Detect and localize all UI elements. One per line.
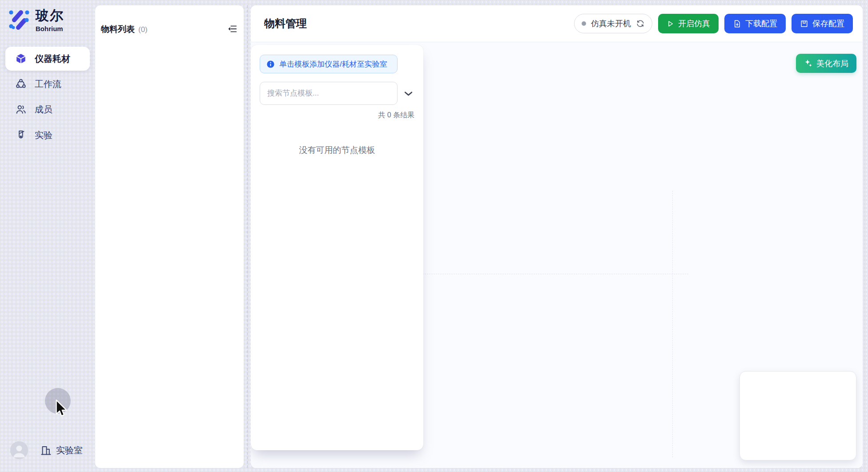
sidebar-item-instruments[interactable]: 仪器耗材 (5, 47, 90, 71)
user-avatar[interactable] (10, 441, 28, 459)
workflow-icon (15, 78, 27, 90)
chevron-down-icon[interactable] (402, 88, 414, 100)
simulation-status-pill: 仿真未开机 (574, 14, 652, 33)
materials-list-panel: 物料列表 (0) (95, 5, 244, 468)
refresh-icon[interactable] (636, 19, 645, 28)
simulation-status-text: 仿真未开机 (591, 18, 631, 29)
search-input[interactable] (260, 82, 398, 105)
building-icon (40, 444, 52, 456)
sidebar-item-experiments[interactable]: 实验 (5, 123, 90, 147)
sidebar-item-workflow[interactable]: 工作流 (5, 72, 90, 96)
canvas-minimap[interactable] (739, 371, 856, 460)
cube-icon (15, 53, 27, 64)
main-panel: 物料管理 仿真未开机 (251, 5, 863, 468)
play-icon (667, 20, 674, 28)
materials-list-count: (0) (138, 25, 148, 34)
bohrium-logo-icon (8, 8, 30, 30)
beautify-layout-label: 美化布局 (816, 58, 848, 69)
sidebar-item-label: 实验 (35, 129, 52, 141)
info-circle-icon (266, 60, 275, 68)
lab-label: 实验室 (56, 444, 83, 456)
gray-status-dot-icon (582, 21, 586, 26)
template-search-row (260, 82, 414, 105)
sidebar-item-label: 工作流 (35, 78, 61, 90)
save-config-button[interactable]: 保存配置 (792, 14, 853, 33)
lab-selector[interactable]: 实验室 (40, 444, 83, 456)
sidebar-item-label: 仪器耗材 (35, 53, 70, 65)
brand-name-en: Bohrium (36, 25, 64, 32)
mouse-cursor (54, 399, 69, 419)
sidebar-item-members[interactable]: 成员 (5, 97, 90, 121)
materials-list-title: 物料列表 (101, 24, 135, 35)
materials-list-header: 物料列表 (0) (101, 24, 148, 35)
node-template-panel: 单击模板添加仪器/耗材至实验室 共 0 条结果 没有可用的节点模板 (251, 45, 423, 450)
canvas-guide-horizontal (422, 274, 688, 274)
brand: 玻尔 Bohrium (8, 8, 64, 32)
template-hint-banner: 单击模板添加仪器/耗材至实验室 (260, 55, 398, 73)
members-icon (15, 104, 27, 115)
search-result-count: 共 0 条结果 (260, 111, 414, 120)
sidebar-item-label: 成员 (35, 104, 52, 116)
main-header: 物料管理 仿真未开机 (251, 5, 863, 42)
beautify-layout-button[interactable]: 美化布局 (796, 54, 856, 73)
template-hint-text: 单击模板添加仪器/耗材至实验室 (279, 59, 387, 69)
panel-separator (247, 5, 248, 468)
header-actions: 仿真未开机 开启仿真 (574, 14, 853, 33)
empty-template-message: 没有可用的节点模板 (260, 144, 414, 156)
save-config-label: 保存配置 (812, 18, 844, 29)
page-title: 物料管理 (264, 16, 307, 31)
experiment-icon (15, 129, 27, 141)
file-download-icon (733, 20, 741, 28)
menu-fold-icon[interactable] (228, 24, 237, 34)
app-root: 玻尔 Bohrium 仪器耗材 工作流 (0, 0, 868, 472)
brand-name-zh: 玻尔 (36, 8, 64, 23)
download-config-button[interactable]: 下载配置 (724, 14, 786, 33)
download-config-label: 下载配置 (745, 18, 777, 29)
start-simulation-button[interactable]: 开启仿真 (658, 14, 719, 33)
start-simulation-label: 开启仿真 (678, 18, 710, 29)
canvas-guide-vertical (672, 191, 673, 457)
sidebar-footer: 实验室 (10, 441, 83, 459)
save-icon (800, 20, 808, 28)
flow-canvas[interactable]: 单击模板添加仪器/耗材至实验室 共 0 条结果 没有可用的节点模板 (251, 42, 863, 468)
sparkles-icon (804, 59, 812, 68)
